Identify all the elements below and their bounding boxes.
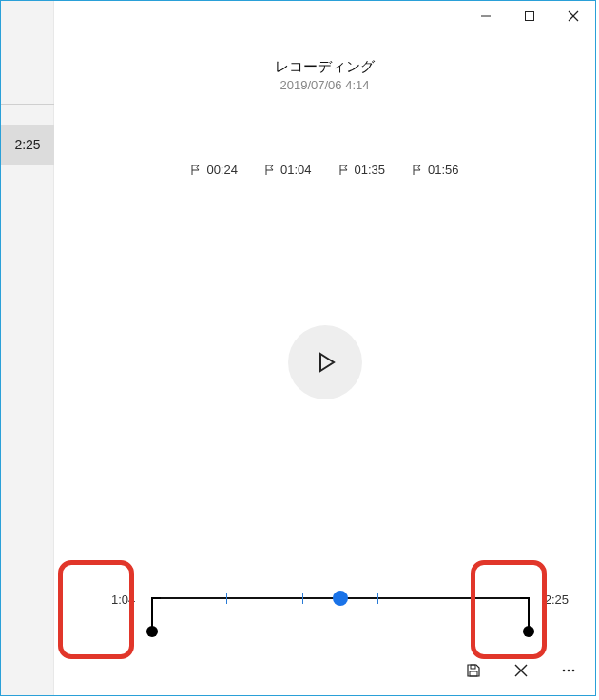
app-window: 2:25 レコーディング 2019/07/06 4:14 00:24 01:04: [0, 0, 596, 696]
svg-point-11: [572, 670, 575, 672]
ellipsis-icon: [561, 663, 576, 678]
play-icon: [312, 349, 338, 376]
save-button[interactable]: [454, 651, 493, 690]
cancel-button[interactable]: [502, 651, 540, 690]
flag-icon: [190, 165, 202, 176]
recording-header: レコーディング 2019/07/06 4:14: [54, 58, 595, 92]
marker-list: 00:24 01:04 01:35 01:56: [54, 163, 595, 177]
flag-icon: [264, 165, 276, 176]
footer-actions: [454, 651, 588, 690]
save-icon: [466, 663, 481, 678]
play-button[interactable]: [288, 325, 362, 399]
marker-time: 01:35: [355, 163, 386, 177]
marker-time: 01:56: [428, 163, 459, 177]
recording-duration: 2:25: [14, 137, 40, 152]
trim-flag-icon: [153, 597, 161, 599]
trim-flag-icon: [520, 597, 528, 599]
trim-end-time: 2:25: [545, 593, 569, 607]
sidebar: 2:25: [1, 1, 54, 695]
tick: [377, 593, 378, 604]
svg-point-10: [568, 670, 570, 672]
trim-start-handle[interactable]: [151, 597, 152, 632]
main-panel: レコーディング 2019/07/06 4:14 00:24 01:04 01:3…: [54, 1, 595, 695]
marker-item[interactable]: 01:35: [338, 163, 386, 177]
recording-datetime: 2019/07/06 4:14: [54, 78, 595, 92]
trim-start-time: 1:04: [111, 593, 135, 607]
sidebar-item-recording[interactable]: 2:25: [1, 125, 54, 165]
tick: [454, 593, 454, 604]
svg-marker-4: [320, 354, 334, 371]
marker-item[interactable]: 00:24: [190, 163, 238, 177]
trim-knob-icon: [523, 626, 534, 637]
marker-item[interactable]: 01:56: [412, 163, 459, 177]
trim-end-handle[interactable]: [529, 597, 530, 632]
tick: [302, 593, 303, 604]
marker-item[interactable]: 01:04: [264, 163, 312, 177]
close-icon: [513, 663, 529, 678]
trim-knob-icon: [146, 626, 158, 637]
trim-timeline[interactable]: 1:04 2:25: [111, 572, 569, 648]
more-button[interactable]: [550, 651, 588, 690]
playhead[interactable]: [333, 591, 348, 606]
divider: [1, 104, 54, 105]
svg-point-9: [563, 670, 566, 672]
marker-time: 01:04: [280, 163, 312, 177]
track[interactable]: [151, 597, 529, 601]
recording-title: レコーディング: [54, 58, 595, 76]
flag-icon: [412, 165, 423, 176]
svg-rect-6: [470, 671, 477, 676]
flag-icon: [338, 165, 350, 176]
marker-time: 00:24: [206, 163, 238, 177]
tick: [226, 593, 227, 604]
